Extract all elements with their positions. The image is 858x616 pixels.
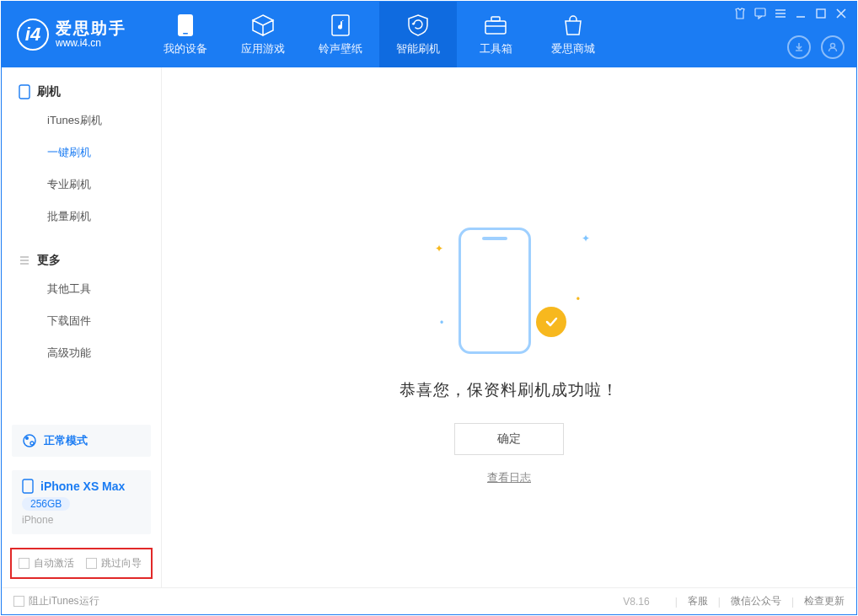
- svg-rect-14: [23, 479, 33, 493]
- device-type: iPhone: [22, 514, 141, 526]
- sidebar-group-flash: 刷机: [2, 79, 161, 104]
- svg-point-13: [30, 442, 34, 445]
- nav-toolbox[interactable]: 工具箱: [457, 2, 534, 67]
- music-file-icon: [328, 13, 353, 38]
- nav-ringtone[interactable]: 铃声壁纸: [302, 2, 379, 67]
- version-label: V8.16: [623, 596, 649, 608]
- titlebar: i4 爱思助手 www.i4.cn 我的设备 应用游戏 铃声壁纸 智能刷机: [2, 2, 856, 67]
- sidebar-item-itunes-flash[interactable]: iTunes刷机: [2, 104, 161, 137]
- svg-rect-6: [755, 8, 765, 16]
- nav-store[interactable]: 爱思商城: [534, 2, 612, 67]
- window-controls: [733, 7, 848, 20]
- svg-point-11: [24, 435, 35, 447]
- user-icon[interactable]: [821, 35, 845, 59]
- svg-rect-10: [19, 85, 29, 99]
- list-icon: [19, 254, 30, 266]
- success-headline: 恭喜您，保资料刷机成功啦！: [400, 379, 619, 401]
- toolbox-icon: [483, 13, 508, 38]
- svg-rect-1: [183, 33, 188, 35]
- device-icon: [173, 13, 198, 38]
- sidebar-item-other-tools[interactable]: 其他工具: [2, 273, 161, 305]
- checkbox-auto-activate[interactable]: 自动激活: [19, 556, 74, 570]
- checkbox-skip-guide[interactable]: 跳过向导: [86, 556, 142, 570]
- footer-wechat-link[interactable]: 微信公众号: [731, 594, 781, 608]
- app-name: 爱思助手: [56, 20, 126, 38]
- main-panel: ✦ ✦ • • 恭喜您，保资料刷机成功啦！ 确定 查看日志: [162, 67, 856, 587]
- sidebar-item-batch-flash[interactable]: 批量刷机: [2, 201, 161, 233]
- view-log-link[interactable]: 查看日志: [487, 470, 531, 485]
- footer-check-update-link[interactable]: 检查更新: [804, 594, 845, 608]
- menu-icon[interactable]: [774, 7, 787, 20]
- checkbox-block-itunes[interactable]: 阻止iTunes运行: [13, 594, 99, 608]
- refresh-shield-icon: [405, 13, 431, 38]
- app-url: www.i4.cn: [56, 38, 126, 49]
- shirt-icon[interactable]: [733, 7, 747, 20]
- top-nav: 我的设备 应用游戏 铃声壁纸 智能刷机 工具箱 爱思商城: [147, 2, 612, 67]
- sidebar-item-download-firmware[interactable]: 下载固件: [2, 305, 161, 337]
- device-small-icon: [22, 479, 34, 494]
- phone-outline-icon: [458, 228, 531, 354]
- svg-point-9: [831, 44, 835, 48]
- flash-options-highlight: 自动激活 跳过向导: [10, 548, 153, 579]
- sidebar-item-oneclick-flash[interactable]: 一键刷机: [2, 137, 161, 169]
- device-info-card[interactable]: iPhone XS Max 256GB iPhone: [12, 470, 151, 534]
- logo[interactable]: i4 爱思助手 www.i4.cn: [2, 2, 142, 67]
- device-mode-label: 正常模式: [44, 433, 88, 448]
- sparkle-icon: ✦: [582, 233, 590, 244]
- device-mode-card[interactable]: 正常模式: [12, 425, 151, 457]
- nav-my-device[interactable]: 我的设备: [147, 2, 224, 67]
- sidebar: 刷机 iTunes刷机 一键刷机 专业刷机 批量刷机 更多 其他工具 下载固件 …: [2, 67, 162, 587]
- sparkle-icon: •: [440, 317, 443, 329]
- sidebar-item-advanced[interactable]: 高级功能: [2, 337, 161, 369]
- mode-icon: [22, 433, 37, 448]
- sparkle-icon: •: [576, 293, 580, 305]
- sidebar-group-more: 更多: [2, 248, 161, 273]
- device-name: iPhone XS Max: [40, 479, 125, 493]
- app-window: i4 爱思助手 www.i4.cn 我的设备 应用游戏 铃声壁纸 智能刷机: [1, 1, 857, 615]
- footer-support-link[interactable]: 客服: [688, 594, 708, 608]
- nav-apps[interactable]: 应用游戏: [224, 2, 302, 67]
- ok-button[interactable]: 确定: [454, 423, 564, 455]
- nav-flash[interactable]: 智能刷机: [379, 2, 457, 67]
- minimize-button[interactable]: [794, 7, 807, 20]
- maximize-button[interactable]: [814, 7, 828, 20]
- device-storage-badge: 256GB: [22, 497, 70, 511]
- sparkle-icon: ✦: [435, 243, 443, 254]
- statusbar: 阻止iTunes运行 V8.16 | 客服 | 微信公众号 | 检查更新: [2, 587, 856, 614]
- svg-rect-4: [491, 17, 500, 21]
- close-button[interactable]: [834, 7, 848, 20]
- bag-icon: [560, 13, 586, 38]
- svg-rect-3: [485, 21, 506, 34]
- download-icon[interactable]: [787, 35, 811, 59]
- logo-icon: i4: [17, 19, 49, 51]
- svg-point-12: [25, 437, 29, 440]
- body: 刷机 iTunes刷机 一键刷机 专业刷机 批量刷机 更多 其他工具 下载固件 …: [2, 67, 856, 587]
- feedback-icon[interactable]: [753, 7, 767, 20]
- cube-icon: [250, 13, 276, 38]
- sidebar-item-pro-flash[interactable]: 专业刷机: [2, 169, 161, 201]
- phone-icon: [19, 84, 30, 99]
- check-badge-icon: [536, 307, 566, 337]
- success-illustration: ✦ ✦ • •: [458, 228, 560, 354]
- svg-rect-8: [817, 9, 825, 18]
